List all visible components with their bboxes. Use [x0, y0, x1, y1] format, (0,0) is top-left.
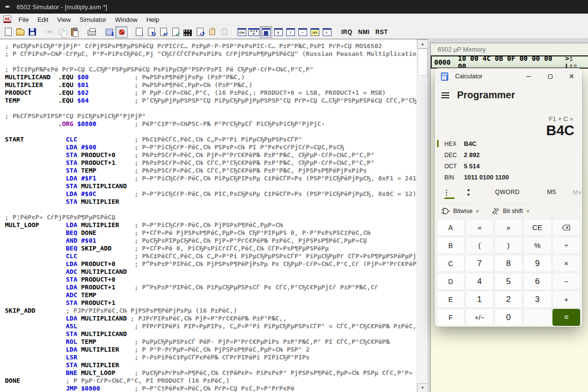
code-line[interactable] [5, 206, 417, 214]
run-to-cursor-button[interactable]: ✓ [169, 26, 182, 38]
key-6[interactable]: 6 [523, 273, 551, 290]
halt-button[interactable] [218, 26, 230, 38]
step-out-button[interactable]: ↵ [157, 26, 169, 38]
key-8[interactable]: 8 [495, 255, 522, 272]
key-»[interactable]: » [495, 219, 522, 236]
key-a[interactable]: A [437, 219, 464, 236]
menu-item-help[interactable]: Help [142, 15, 164, 25]
nmi-button[interactable]: NMI [355, 27, 373, 37]
code-line[interactable]: JMP $0800 ; Р—Р°С†РёРєР»РёС‚СЊ РґР»СЏ Рѕ… [5, 385, 417, 392]
code-line[interactable]: BNE MULT_LOOP ; РџСЂРѕРґРѕР»Р¶РёС‚СЊ С†Р… [5, 369, 417, 377]
code-line[interactable]: DONE ; Р РµР·СѓР»СЊС‚Р°С‚ РІ PRODUCT (16… [5, 377, 417, 385]
code-line[interactable]: STA MULTIPLIER [5, 361, 417, 369]
key-e[interactable]: E [437, 291, 464, 308]
code-line[interactable]: LSR ; Р›РѕРіРёС‡РµСЃРєРёР№ СЃРґРІРёРі РІ… [5, 354, 417, 361]
animate-button[interactable] [182, 26, 194, 38]
radix-row-hex[interactable]: HEXB4C [435, 138, 582, 149]
memory-menu-button[interactable]: M∨ [572, 189, 582, 196]
code-line[interactable]: .ORG $0800 ; РќР°С‡Р°Р»СЊРЅС‹Р№ Р°РґСЂРµ… [5, 120, 417, 128]
key-([interactable]: ( [465, 237, 493, 254]
code-line[interactable]: MULTIPLICAND .EQU $00 ; РњРЅРѕР¶РёРјРѕРµ… [5, 73, 417, 81]
code-line[interactable]: STA MULTIPLICAND [5, 330, 417, 338]
key-equals[interactable]: = [552, 309, 580, 326]
menu-icon[interactable] [441, 92, 449, 98]
close-button[interactable]: ✕ [561, 68, 582, 85]
key-−[interactable]: − [552, 273, 580, 290]
bitwise-dropdown[interactable]: Bitwise∨ [441, 208, 479, 214]
new-file-button[interactable] [2, 26, 14, 38]
console-window-button[interactable]: — [296, 26, 309, 38]
code-line[interactable]: ADC MULTIPLICAND [5, 268, 417, 276]
code-line[interactable]: BEQ DONE ; Р•СЃР»Рё РјРЅРѕР¶РёС‚РµР»СЊ С… [5, 229, 417, 237]
scroll-down-button[interactable]: ▼ [417, 383, 428, 392]
reset-button[interactable]: ↺ [194, 26, 206, 38]
zero-page-window-button[interactable]: 0 [272, 26, 284, 38]
code-line[interactable]: STA PRODUCT+0 [5, 276, 417, 284]
key-9[interactable]: 9 [523, 255, 551, 272]
code-line[interactable]: ; Р СЃРїРѕР»СЊР·СѓРµС‚ Р°Р»РіРѕСЂРёС‚Рј … [5, 50, 417, 58]
number-converter-button[interactable]: 123 [309, 26, 321, 38]
code-line[interactable]: ; РЇС‡РµР№РєРё РґР»СЏ С…СЂР°РЅРµРЅРёСЏ Р… [5, 66, 417, 73]
code-line[interactable]: BEQ SKIP_ADD ; Р•СЃР»Рё 0, РїСЂРѕРїСѓСЃС… [5, 245, 417, 252]
code-line[interactable]: ; РџСЂРѕРіСЂР°РјРјР° СѓРјРЅРѕР¶РµРЅРёСЏ … [5, 42, 417, 50]
code-line[interactable]: AND #$01 ; РџСЂРѕРІРµСЂРёС‚СЊ РјР»Р°РґС€… [5, 237, 417, 245]
code-line[interactable]: ; РћСЃРЅРѕРІРЅР°СЏ РїСЂРѕРіСЂР°РјРјР° [5, 112, 417, 120]
code-line[interactable]: START CLC ; РћС‡РёСЃС‚РёС‚СЊ С„Р»Р°Рі Рї… [5, 136, 417, 143]
code-line[interactable]: LDA PRODUCT+1 ; Р”РѕР±Р°РІРёС‚СЊ РїРµСЂР… [5, 284, 417, 291]
step-into-button[interactable]: ↓ [133, 26, 145, 38]
key-f[interactable]: F [437, 309, 464, 326]
code-area[interactable]: ; РџСЂРѕРіСЂР°РјРјР° СѓРјРЅРѕР¶РµРЅРёСЏ … [0, 39, 417, 392]
key-×[interactable]: × [552, 255, 580, 272]
code-line[interactable]: STA MULTIPLICAND [5, 182, 417, 190]
key-d[interactable]: D [437, 273, 464, 290]
code-line[interactable]: LDA PRODUCT+0 ; Р”РѕР±Р°РІРёС‚СЊ РјРЅРѕР… [5, 260, 417, 268]
code-line[interactable]: CLC ; РћС‡РёСЃС‚РёС‚СЊ С„Р»Р°Рі РїРµСЂРµ… [5, 252, 417, 260]
key-5[interactable]: 5 [495, 273, 522, 290]
code-line[interactable]: STA PRODUCT+1 ; РћР±РЅСѓР»РёС‚СЊ СЃС‚Р°С… [5, 159, 417, 167]
key-%[interactable]: % [523, 237, 551, 254]
memory-store-button[interactable]: MS [547, 189, 556, 196]
code-line[interactable]: ADC TEMP [5, 291, 417, 299]
menu-item-view[interactable]: View [53, 15, 75, 25]
menu-item-edit[interactable]: Edit [33, 15, 53, 25]
instructions-window-button[interactable]: LDA [236, 26, 248, 38]
scrollbar-thumb[interactable] [418, 49, 427, 76]
scroll-up-button[interactable]: ▲ [417, 39, 428, 49]
menu-item-file[interactable]: File [14, 15, 33, 25]
code-line[interactable]: LDA MULTIPLICAND ; РЈРґРІРѕРёС‚СЊ РјР»Р°… [5, 315, 417, 322]
code-line[interactable]: LDA #$F1 ; Р—Р°РіСЂСѓР·РёС‚СЊ РїРµСЂРІРѕ… [5, 175, 417, 182]
code-line[interactable] [5, 58, 417, 66]
key-1[interactable]: 1 [465, 291, 493, 308]
code-editor[interactable]: ; РџСЂРѕРіСЂР°РјРјР° СѓРјРЅРѕР¶РµРЅРёСЏ … [0, 39, 427, 392]
key-+[interactable]: + [552, 291, 580, 308]
key-ce[interactable]: CE [523, 219, 551, 236]
menu-item-simulator[interactable]: Simulator [75, 15, 110, 25]
assemble-button[interactable] [103, 26, 115, 38]
key-)[interactable]: ) [495, 237, 522, 254]
code-line[interactable]: STA PRODUCT+1 [5, 299, 417, 307]
debug-button[interactable] [115, 26, 128, 38]
code-line[interactable] [5, 128, 417, 136]
code-line[interactable]: LDA #$0C ; Р—Р°РіСЂСѓР·РёС‚СЊ РІС‚РѕСЂРѕ… [5, 190, 417, 198]
word-size-button[interactable]: QWORD [495, 189, 520, 196]
open-file-button[interactable] [14, 26, 26, 38]
pause-button[interactable] [206, 26, 218, 38]
labels-window-button[interactable]: L [321, 26, 333, 38]
full-keypad-icon[interactable] [445, 189, 448, 196]
code-line[interactable]: STA TEMP ; РћР±РЅСѓР»РёС‚СЊ СЃС‚Р°СЂС€Рё… [5, 167, 417, 175]
menu-item-window[interactable]: Window [110, 15, 142, 25]
code-line[interactable]: MULT_LOOP LDA MULTIPLIER ; Р—Р°РіСЂСѓР·Р… [5, 221, 417, 229]
code-line[interactable]: PRODUCT .EQU $02 ; Р РµР·СѓР»СЊС‚Р°С‚ (1… [5, 89, 417, 97]
maximize-button[interactable] [539, 68, 561, 85]
minimize-button[interactable] [518, 68, 539, 85]
code-line[interactable]: ROL TEMP ; РџРµСЂРµРЅРѕСЃ РёР· РјР»Р°РґС… [5, 338, 417, 346]
copy-button[interactable] [56, 26, 68, 38]
code-line[interactable] [5, 105, 417, 112]
key-negate[interactable]: +/− [465, 309, 493, 326]
stack-window-button[interactable]: ≡ [284, 26, 296, 38]
key-3[interactable]: 3 [523, 291, 551, 308]
key-÷[interactable]: ÷ [552, 237, 580, 254]
code-line[interactable]: TEMP .EQU $04 ; Р’СЂРµРјРµРЅРЅР°СЏ РїРµС… [5, 97, 417, 105]
memory-window-button[interactable]: ▦ [260, 26, 272, 38]
key-b[interactable]: B [437, 237, 464, 254]
